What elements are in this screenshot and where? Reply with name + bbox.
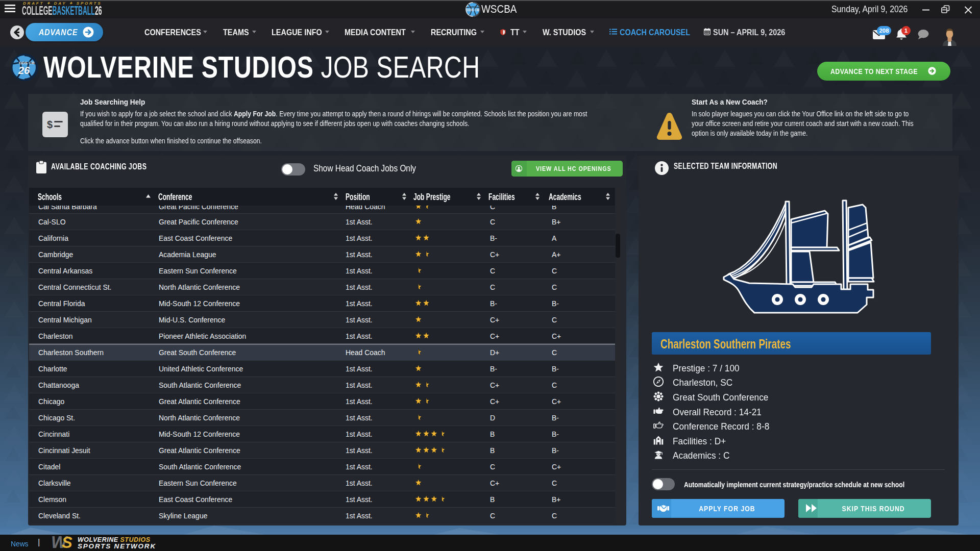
svg-text:DDS CB: DDS CB xyxy=(467,8,479,12)
svg-text:26: 26 xyxy=(18,65,30,76)
svg-text:$: $ xyxy=(47,119,53,130)
